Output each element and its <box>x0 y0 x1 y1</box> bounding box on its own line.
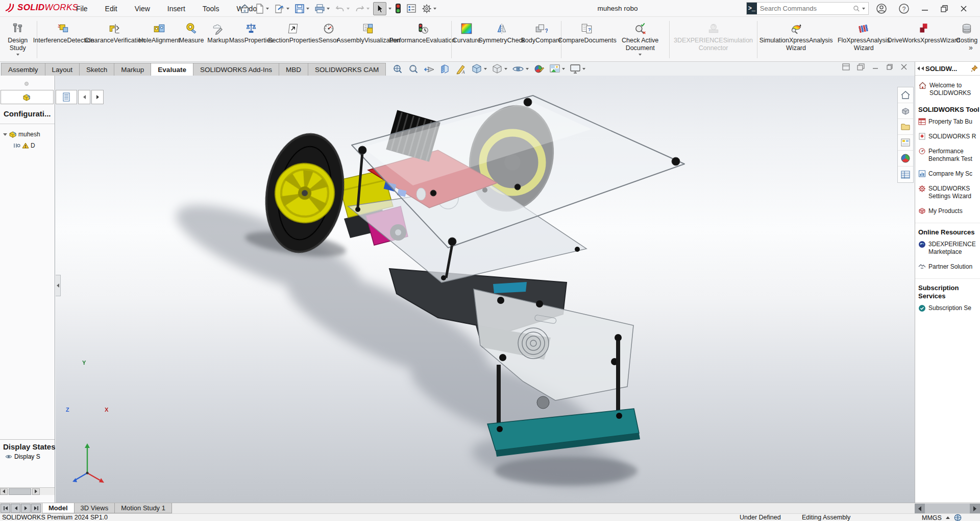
redo-dropdown[interactable] <box>366 8 370 10</box>
ribbon-item-floxpress[interactable]: FloXpressAnalysis Wizard <box>834 20 894 53</box>
ribbon-item-curvature[interactable]: Curvature <box>452 20 481 45</box>
tab-3d-views[interactable]: 3D Views <box>74 503 115 513</box>
hide-show-items-button[interactable] <box>512 63 529 75</box>
tab-motion-study-1[interactable]: Motion Study 1 <box>114 503 172 513</box>
ribbon-item-section-properties[interactable]: SectionProperties <box>271 20 315 45</box>
panel-horizontal-scrollbar[interactable] <box>0 487 55 495</box>
ribbon-item-compare-documents[interactable]: ? CompareDocuments <box>562 20 612 45</box>
scroll-thumb[interactable] <box>9 488 31 495</box>
section-view-button[interactable] <box>439 63 451 75</box>
file-explorer-tab[interactable] <box>898 119 913 135</box>
units-selector[interactable]: MMGS <box>922 514 962 521</box>
search-dropdown[interactable] <box>862 8 865 10</box>
save-dropdown[interactable] <box>306 8 309 10</box>
apply-scene-button[interactable] <box>549 63 565 75</box>
units-dropdown-arrow[interactable] <box>946 516 950 519</box>
restore-button[interactable] <box>940 5 948 13</box>
menu-tools[interactable]: Tools <box>201 3 222 15</box>
solidworks-rx-link[interactable]: SOLIDWORKS R <box>915 129 980 144</box>
menu-insert[interactable]: Insert <box>165 3 187 15</box>
check-active-document-dropdown[interactable] <box>639 54 642 56</box>
search-commands-box[interactable]: >_ <box>746 2 869 15</box>
account-icon[interactable] <box>876 3 887 14</box>
annotations-button[interactable]: A <box>455 63 467 75</box>
custom-properties-tab[interactable] <box>898 167 913 182</box>
new-document-dropdown[interactable] <box>266 8 269 10</box>
ribbon-item-clearance-verification[interactable]: ClearanceVerification <box>89 20 140 45</box>
panel-collapse-handle[interactable] <box>56 275 61 296</box>
ribbon-item-design-study[interactable]: Design Study <box>0 20 36 57</box>
panel-tab-scroll-right[interactable] <box>91 90 104 104</box>
ribbon-item-symmetry-check[interactable]: SymmetryCheck <box>481 20 523 45</box>
property-tab-builder-link[interactable]: Property Tab Bu <box>915 114 980 129</box>
design-library-tab[interactable] <box>898 103 913 119</box>
view-orientation-dropdown[interactable] <box>484 68 487 70</box>
ribbon-item-interference-detection[interactable]: InterferenceDetection <box>38 20 89 45</box>
units-label[interactable]: MMGS <box>922 514 942 521</box>
display-style-dropdown[interactable] <box>504 68 507 70</box>
performance-benchmark-test-link[interactable]: Performance Benchmark Test <box>915 144 980 167</box>
zoom-to-fit-button[interactable] <box>392 63 403 75</box>
new-document-button[interactable] <box>254 3 271 15</box>
open-dropdown[interactable] <box>286 8 289 10</box>
ribbon-item-performance-evaluation[interactable]: PerformanceEvaluation <box>395 20 450 45</box>
scroll-left-button[interactable] <box>0 488 8 495</box>
rebuild-button[interactable] <box>394 2 403 15</box>
view-settings-button[interactable] <box>570 63 585 75</box>
task-pane-header[interactable]: SOLIDW... <box>915 62 980 76</box>
solidworks-resources-tab[interactable] <box>898 87 913 103</box>
tab-scroll-right[interactable] <box>970 504 980 513</box>
zoom-to-area-button[interactable] <box>408 63 419 75</box>
edit-appearance-button[interactable] <box>533 63 545 75</box>
apply-scene-dropdown[interactable] <box>562 68 565 70</box>
last-tab-button[interactable] <box>31 504 41 513</box>
3dexperience-marketplace-link[interactable]: 3DEXPERIENCE Marketplace <box>915 237 980 259</box>
globe-icon[interactable] <box>954 514 962 521</box>
ribbon-item-hole-alignment[interactable]: HoleAlignment <box>140 20 178 45</box>
ribbon-overflow-button[interactable]: » <box>969 43 973 52</box>
next-tab-button[interactable] <box>21 504 31 513</box>
first-tab-button[interactable] <box>1 504 10 513</box>
menu-edit[interactable]: Edit <box>103 3 119 15</box>
hide-show-items-dropdown[interactable] <box>526 68 529 70</box>
cascade-windows-icon[interactable] <box>857 63 865 70</box>
home-button[interactable] <box>238 3 252 15</box>
tab-model[interactable]: Model <box>42 503 75 513</box>
ribbon-item-check-active-document[interactable]: Check Active Document <box>612 20 668 57</box>
tab-solidworks-cam[interactable]: SOLIDWORKS CAM <box>308 63 386 76</box>
minimize-button[interactable] <box>921 5 929 13</box>
tab-mbd[interactable]: MBD <box>279 63 308 76</box>
panel-tab-scroll-left[interactable] <box>78 90 90 104</box>
undo-dropdown[interactable] <box>347 8 350 10</box>
redo-button[interactable] <box>353 3 371 14</box>
graphics-viewport[interactable]: Y X Z <box>56 76 915 503</box>
robot-assembly-model[interactable] <box>56 76 915 503</box>
solidworks-settings-wizard-link[interactable]: SOLIDWORKS Settings Wizard <box>915 181 980 204</box>
compare-my-score-link[interactable]: Compare My Sc <box>915 167 980 181</box>
menu-view[interactable]: View <box>133 3 152 15</box>
menu-file[interactable]: File <box>74 3 90 15</box>
ribbon-item-mass-properties[interactable]: MassProperties <box>231 20 271 45</box>
partner-solutions-link[interactable]: Partner Solution <box>915 259 980 274</box>
print-dropdown[interactable] <box>327 8 330 10</box>
appearances-tab[interactable] <box>898 151 913 167</box>
design-study-dropdown[interactable] <box>16 54 19 56</box>
welcome-to-solidworks-link[interactable]: Welcome to SOLIDWORKS <box>915 76 980 101</box>
scroll-right-button[interactable] <box>32 488 40 495</box>
ribbon-item-simulationxpress[interactable]: SimulationXpressAnalysis Wizard <box>758 20 834 53</box>
tile-windows-icon[interactable] <box>842 63 850 70</box>
restore-document-button[interactable] <box>886 63 893 70</box>
select-tool-button[interactable] <box>373 2 386 15</box>
ribbon-item-driveworksxpress[interactable]: DriveWorksXpressWizard <box>894 20 953 45</box>
display-style-button[interactable] <box>492 63 507 75</box>
feature-manager-tree-tab[interactable] <box>56 90 77 104</box>
open-button[interactable] <box>273 3 291 15</box>
close-document-button[interactable] <box>900 63 908 70</box>
help-icon[interactable]: ? <box>898 3 910 14</box>
tree-root-label[interactable]: muhesh <box>18 131 40 138</box>
tab-evaluate[interactable]: Evaluate <box>151 63 193 76</box>
ribbon-item-assembly-visualization[interactable]: AssemblyVisualization <box>342 20 395 45</box>
tab-layout[interactable]: Layout <box>45 63 80 76</box>
tab-assembly[interactable]: Assembly <box>1 63 45 76</box>
ribbon-item-markup[interactable]: Markup <box>205 20 231 45</box>
